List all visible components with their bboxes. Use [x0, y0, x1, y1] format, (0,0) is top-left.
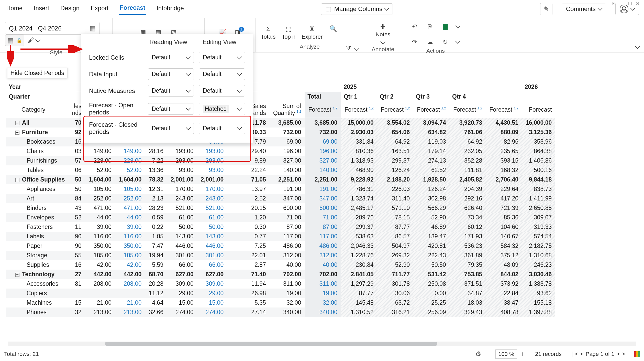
data-cell[interactable]: 0.30 [227, 222, 270, 232]
pin-icon[interactable]: ⇱ [612, 1, 616, 7]
data-cell[interactable]: 584.32 [486, 241, 522, 251]
data-cell[interactable]: 2,188.20 [377, 175, 414, 184]
data-cell[interactable]: 32.00 [270, 298, 305, 307]
data-cell[interactable]: 1,383.78 [522, 279, 555, 289]
data-cell[interactable]: 19.94 [145, 251, 167, 260]
brush-icon[interactable]: 🖌 [27, 36, 34, 44]
data-cell[interactable]: 20.15 [227, 203, 270, 213]
explorer-icon[interactable]: ♜ [307, 24, 317, 34]
data-cell[interactable]: 0.00 [413, 289, 450, 298]
collapse-icon[interactable]: − [15, 121, 19, 125]
data-cell[interactable]: 179.14 [413, 146, 450, 156]
table-row[interactable]: Machines1521.0021.004.6415.0015.005.3532… [6, 298, 555, 307]
tab-infobridge[interactable]: Infobridge [156, 3, 185, 15]
data-cell[interactable]: 319.33 [522, 222, 555, 232]
data-cell[interactable]: 19.00 [270, 289, 305, 298]
data-cell[interactable]: 50 [68, 175, 85, 184]
data-cell[interactable]: 193.00 [197, 146, 227, 156]
data-cell[interactable]: 309.00 [197, 279, 227, 289]
data-cell[interactable]: 145.48 [341, 298, 377, 307]
data-cell[interactable]: 69.00 [305, 137, 341, 146]
manage-columns-button[interactable]: ▥ Manage Columns [321, 3, 393, 15]
data-cell[interactable]: 104.60 [486, 222, 522, 232]
data-cell[interactable]: 1,318.93 [341, 156, 377, 165]
data-cell[interactable]: 1,397.88 [522, 307, 555, 317]
data-cell[interactable]: 193.00 [167, 146, 197, 156]
data-cell[interactable]: 61.00 [197, 213, 227, 222]
data-cell[interactable]: 301.00 [167, 251, 197, 260]
data-cell[interactable]: 126.24 [413, 184, 450, 194]
tab-insert[interactable]: Insert [33, 3, 50, 15]
data-cell[interactable]: 40.00 [305, 260, 341, 270]
category-cell[interactable]: Phones [6, 307, 68, 317]
data-cell[interactable]: 634.82 [413, 128, 450, 137]
data-cell[interactable]: 9.89 [227, 156, 270, 165]
data-cell[interactable]: 732.00 [270, 128, 305, 137]
data-cell[interactable]: 0.59 [145, 213, 167, 222]
data-cell[interactable]: 140.67 [486, 232, 522, 241]
category-cell[interactable]: Chairs [6, 146, 68, 156]
data-cell[interactable]: 340.00 [305, 307, 341, 317]
data-cell[interactable]: 2,650.85 [522, 203, 555, 213]
data-cell[interactable]: 06 [68, 165, 85, 175]
data-cell[interactable]: 1,604.00 [115, 175, 145, 184]
data-cell[interactable]: 504.97 [377, 241, 414, 251]
data-cell[interactable]: 350.00 [85, 241, 115, 251]
data-cell[interactable]: 204.39 [450, 184, 486, 194]
settings-icon[interactable]: ⚙ [475, 350, 481, 358]
data-cell[interactable]: 232.05 [450, 146, 486, 156]
table-row[interactable]: Copiers11.1229.0029.0026.9819.0019.0087.… [6, 289, 555, 298]
tab-home[interactable]: Home [5, 3, 24, 15]
data-cell[interactable]: 43 [68, 203, 85, 213]
table-row[interactable]: Chairs03149.00149.0028.16193.00193.0029.… [6, 146, 555, 156]
data-cell[interactable]: 34.87 [450, 289, 486, 298]
data-cell[interactable]: 230.84 [341, 260, 377, 270]
data-cell[interactable]: 1,604.00 [85, 175, 115, 184]
data-cell[interactable]: 274.00 [197, 307, 227, 317]
fcclosed-editing-dropdown[interactable]: Default [199, 123, 245, 134]
copy-icon[interactable]: ⎘ [425, 22, 435, 31]
data-cell[interactable]: 3,094.74 [413, 118, 450, 128]
comments-button[interactable]: Comments [562, 4, 606, 14]
chevron-down-icon[interactable] [35, 37, 40, 42]
data-cell[interactable]: 627.00 [197, 270, 227, 279]
data-cell[interactable]: 57 [68, 156, 85, 165]
tab-export[interactable]: Export [90, 3, 109, 15]
data-cell[interactable]: 213.00 [115, 307, 145, 317]
data-cell[interactable]: 702.00 [270, 270, 305, 279]
data-cell[interactable]: 213.00 [85, 307, 115, 317]
data-cell[interactable]: 627.00 [167, 270, 197, 279]
prev-page-button[interactable]: < [580, 351, 584, 357]
table-row[interactable]: Supplies1642.0042.005.5966.0066.002.8740… [6, 260, 555, 270]
data-cell[interactable]: 116.00 [85, 232, 115, 241]
data-cell[interactable]: 46.89 [413, 222, 450, 232]
data-cell[interactable]: 352.28 [450, 156, 486, 165]
data-cell[interactable]: 327.00 [270, 156, 305, 165]
table-row[interactable]: Binders43471.00471.0028.23521.00521.0020… [6, 203, 555, 213]
data-cell[interactable]: 149.00 [115, 146, 145, 156]
data-cell[interactable]: 420.81 [413, 241, 450, 251]
data-cell[interactable]: 63.72 [377, 298, 414, 307]
data-cell[interactable]: 222.43 [413, 251, 450, 260]
category-cell[interactable]: Storage [6, 251, 68, 260]
data-cell[interactable]: 7.25 [227, 241, 270, 251]
data-cell[interactable]: 312.00 [305, 251, 341, 260]
data-cell[interactable]: 442.00 [85, 270, 115, 279]
data-cell[interactable]: 62.52 [413, 165, 450, 175]
data-cell[interactable]: 301.78 [377, 279, 414, 289]
refresh-icon[interactable]: ↻ [441, 37, 450, 47]
category-cell[interactable]: −Furniture [6, 128, 68, 137]
data-cell[interactable]: 753.85 [450, 270, 486, 279]
data-cell[interactable]: 52 [68, 213, 85, 222]
data-cell[interactable]: 654.06 [377, 128, 414, 137]
data-cell[interactable]: 1,928.50 [413, 175, 450, 184]
data-cell[interactable]: 42.00 [115, 260, 145, 270]
data-cell[interactable]: 143.00 [167, 232, 197, 241]
table-row[interactable]: Phones32213.00213.0032.66274.00274.0027.… [6, 307, 555, 317]
data-cell[interactable]: 32.00 [305, 298, 341, 307]
data-cell[interactable]: 185.00 [85, 251, 115, 260]
data-cell[interactable]: 293.00 [197, 156, 227, 165]
table-row[interactable]: Labels90116.00116.001.85143.00143.000.77… [6, 232, 555, 241]
data-cell[interactable]: 626.40 [450, 203, 486, 213]
data-cell[interactable]: 68.70 [145, 270, 167, 279]
